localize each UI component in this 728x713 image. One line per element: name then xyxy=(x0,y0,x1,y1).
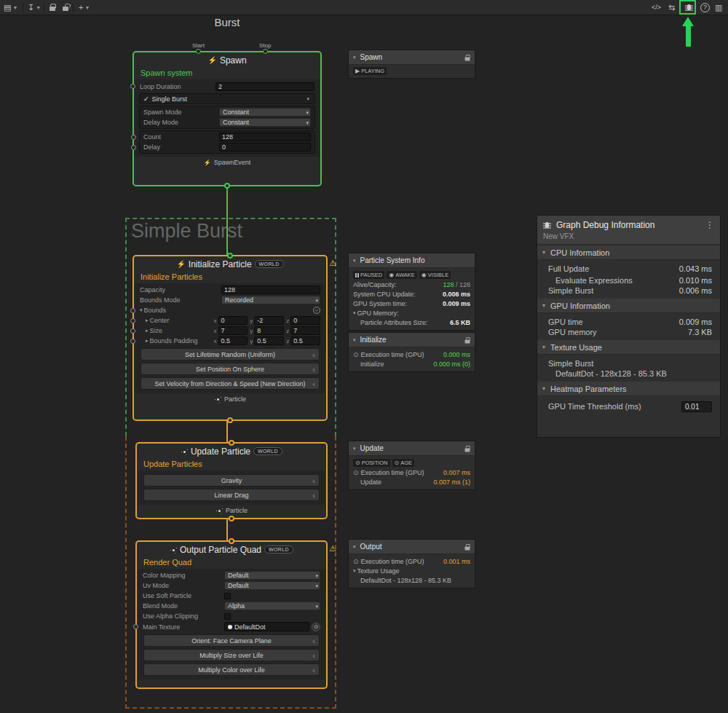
padding-x-input[interactable]: 0.5 xyxy=(218,336,248,345)
object-picker-icon[interactable]: ⊙ xyxy=(312,623,320,631)
block-orient-face-camera-plane[interactable]: Orient: Face Camera Plane xyxy=(143,634,320,647)
foldout-closed-icon[interactable]: ▸ xyxy=(146,338,149,344)
padding-y-input[interactable]: 0.5 xyxy=(254,336,284,345)
count-input[interactable]: 128 xyxy=(219,133,311,141)
spawn-mode-dropdown[interactable]: Constant xyxy=(219,108,311,117)
blend-mode-dropdown[interactable]: Alpha xyxy=(224,602,320,610)
capture-button[interactable]: ↧▼ xyxy=(26,1,42,13)
padding-z-input[interactable]: 0.5 xyxy=(290,336,320,345)
spawn-node-header[interactable]: ⚡ Spawn xyxy=(134,52,320,68)
input-port-dot[interactable] xyxy=(130,318,135,323)
update-input-port[interactable] xyxy=(229,440,234,446)
main-texture-object-field[interactable]: DefaultDot xyxy=(224,622,309,631)
unlock-button[interactable] xyxy=(61,1,70,13)
update-node-header[interactable]: Update Particle WORLD xyxy=(137,444,326,459)
chevron-down-icon[interactable]: ▾ xyxy=(306,96,309,102)
texture-usage-section-header[interactable]: ▾ Texture Usage xyxy=(537,339,720,355)
initialize-context-node[interactable]: ⚡ Initialize Particle WORLD ⚠ Initialize… xyxy=(132,255,328,421)
update-context-node[interactable]: Update Particle WORLD Update Particles G… xyxy=(135,442,328,519)
block-set-lifetime-random[interactable]: Set Lifetime Random (Uniform) xyxy=(141,348,320,361)
center-x-input[interactable]: 0 xyxy=(218,316,248,325)
heatmap-parameters-section-header[interactable]: ▾ Heatmap Parameters xyxy=(537,381,720,396)
debug-button[interactable] xyxy=(684,1,695,13)
foldout-open-icon[interactable]: ▾ xyxy=(353,55,356,60)
warning-icon[interactable]: ⚠ xyxy=(329,259,336,268)
block-multiply-color-over-life[interactable]: Multiply Color over Life xyxy=(143,663,320,676)
input-port-dot[interactable] xyxy=(130,328,135,334)
block-multiply-size-over-life[interactable]: Multiply Size over Life xyxy=(143,649,320,661)
foldout-open-icon[interactable]: ▾ xyxy=(353,446,356,452)
help-button[interactable]: ? xyxy=(699,1,711,13)
output-input-port[interactable] xyxy=(229,538,234,544)
foldout-closed-icon[interactable]: ▸ xyxy=(146,318,149,323)
panel-header[interactable]: ▾ Particle System Info xyxy=(349,253,475,268)
foldout-open-icon[interactable]: ▾ xyxy=(140,307,143,313)
lock-icon[interactable] xyxy=(465,339,470,343)
foldout-open-icon[interactable]: ▾ xyxy=(542,385,545,392)
single-burst-toggle[interactable]: ✓ Single Burst ▾ xyxy=(139,93,315,104)
kebab-menu-icon[interactable]: ⋮ xyxy=(705,220,714,230)
lock-icon[interactable] xyxy=(465,57,470,60)
spawn-context-node[interactable]: Start Stop ⚡ Spawn Spawn system Loop Dur… xyxy=(132,51,322,186)
size-x-input[interactable]: 7 xyxy=(218,326,248,335)
output-context-node[interactable]: Output Particle Quad WORLD ⚠ Render Quad… xyxy=(135,540,328,689)
input-port-dot[interactable] xyxy=(130,308,135,313)
block-linear-drag[interactable]: Linear Drag xyxy=(143,489,320,501)
output-node-header[interactable]: Output Particle Quad WORLD ⚠ xyxy=(137,542,326,557)
gpu-memory-foldout-row[interactable]: ▾ GPU Memory: xyxy=(353,308,470,318)
code-view-button[interactable]: </> xyxy=(650,1,662,13)
panel-header[interactable]: Graph Debug Information ⋮ New VFX xyxy=(537,216,720,245)
panel-header[interactable]: ▾ Spawn xyxy=(349,50,475,65)
lock-button[interactable] xyxy=(48,1,57,13)
edge-initialize-to-update[interactable] xyxy=(226,419,228,444)
spawn-stop-port[interactable]: Stop xyxy=(259,42,271,54)
center-y-input[interactable]: -2 xyxy=(254,316,284,325)
size-z-input[interactable]: 7 xyxy=(290,326,320,335)
size-y-input[interactable]: 8 xyxy=(254,326,284,335)
use-soft-particle-checkbox[interactable] xyxy=(224,593,231,599)
update-output-port[interactable] xyxy=(229,516,234,521)
foldout-open-icon[interactable]: ▾ xyxy=(542,302,545,309)
block-set-velocity[interactable]: Set Velocity from Direction & Speed (New… xyxy=(141,377,320,390)
delay-input[interactable]: 0 xyxy=(219,143,311,151)
foldout-open-icon[interactable]: ▾ xyxy=(353,544,356,550)
lock-icon[interactable] xyxy=(465,448,470,452)
delay-mode-dropdown[interactable]: Constant xyxy=(219,118,311,127)
foldout-open-icon[interactable]: ▾ xyxy=(542,344,545,350)
foldout-open-icon[interactable]: ▾ xyxy=(353,310,356,316)
capacity-input[interactable]: 128 xyxy=(221,285,320,294)
bounds-foldout-row[interactable]: ▾ Bounds ∞ xyxy=(135,305,325,315)
cpu-information-section-header[interactable]: ▾ CPU Information xyxy=(537,245,720,260)
panel-header[interactable]: ▾ Update xyxy=(349,441,475,456)
panel-header[interactable]: ▾ Output xyxy=(349,540,475,554)
checkbox-checked-icon[interactable]: ✓ xyxy=(143,95,149,103)
foldout-closed-icon[interactable]: ▸ xyxy=(146,328,149,334)
spawn-start-port[interactable]: Start xyxy=(192,42,205,54)
foldout-open-icon[interactable]: ▾ xyxy=(542,249,545,256)
foldout-open-icon[interactable]: ▾ xyxy=(353,258,356,264)
initialize-output-port[interactable] xyxy=(227,417,233,423)
initialize-node-header[interactable]: ⚡ Initialize Particle WORLD ⚠ xyxy=(134,256,326,272)
panel-header[interactable]: ▾ Initialize xyxy=(349,333,475,347)
gpu-information-section-header[interactable]: ▾ GPU Information xyxy=(537,298,720,313)
input-port-dot[interactable] xyxy=(131,145,136,150)
initialize-input-port[interactable] xyxy=(227,253,233,259)
edge-update-to-output[interactable] xyxy=(226,518,228,542)
gpu-time-threshold-input[interactable]: 0.01 xyxy=(681,401,712,412)
port-dot[interactable] xyxy=(196,49,201,54)
spawn-output-port[interactable] xyxy=(224,183,230,189)
loop-duration-input[interactable]: 2 xyxy=(215,82,314,91)
input-port-dot[interactable] xyxy=(130,84,135,89)
center-z-input[interactable]: 0 xyxy=(290,316,320,325)
add-button[interactable]: +▼ xyxy=(77,1,91,13)
block-set-position-on-sphere[interactable]: Set Position On Sphere xyxy=(141,363,320,375)
color-mapping-dropdown[interactable]: Default xyxy=(224,571,320,580)
texture-usage-foldout-row[interactable]: ▾ Texture Usage xyxy=(353,566,470,575)
foldout-open-icon[interactable]: ▾ xyxy=(353,337,356,343)
save-button[interactable]: ▤▼ xyxy=(2,1,19,13)
input-port-dot[interactable] xyxy=(131,135,136,140)
foldout-open-icon[interactable]: ▾ xyxy=(353,568,356,574)
warning-icon[interactable]: ⚠ xyxy=(329,544,336,554)
uv-mode-dropdown[interactable]: Default xyxy=(224,581,320,590)
bounds-mode-dropdown[interactable]: Recorded xyxy=(221,296,320,304)
